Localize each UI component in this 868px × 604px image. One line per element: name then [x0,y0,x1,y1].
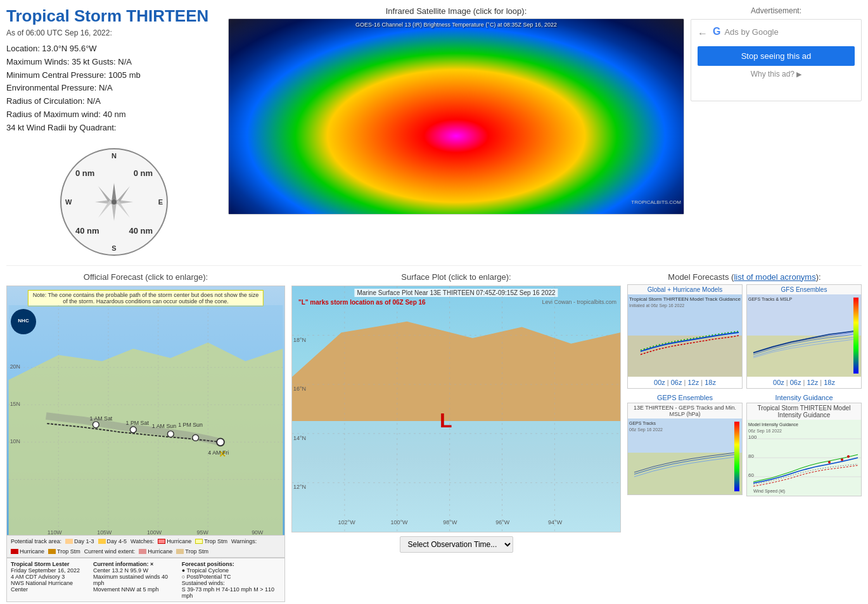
storm-min-pressure: Minimum Central Pressure: 1005 mb [6,69,222,82]
gefs-12z-link[interactable]: 12z [807,379,818,386]
models-section: Model Forecasts (list of model acronyms)… [627,272,862,602]
section-divider [6,265,862,266]
storm-info-panel: Tropical Storm THIRTEEN As of 06:00 UTC … [6,6,222,259]
storm-name-label: Tropical Storm Lester [11,561,87,567]
svg-point-12 [217,438,224,446]
warnings-label: Warnings: [231,538,257,544]
svg-text:Initiated at 06z Sep 16 2022: Initiated at 06z Sep 16 2022 [629,303,684,308]
global-18z-link[interactable]: 18z [705,379,716,386]
hurricane-watch-label: Hurricane [167,538,191,544]
geps-section: GEPS Ensembles 13E THIRTEEN - GEPS Track… [627,391,743,498]
stop-ad-button[interactable]: Stop seeing this ad [698,46,855,66]
google-logo-icon: G [713,26,720,37]
svg-text:102°W: 102°W [338,519,356,525]
global-model-box[interactable]: Global + Hurricane Models Tropical Storm… [627,284,743,389]
svg-text:60: 60 [748,472,754,478]
gefs-model-box[interactable]: GFS Ensembles [746,284,862,389]
models-top-grid: Global + Hurricane Models Tropical Storm… [627,284,862,389]
forecast-image[interactable]: Note: The cone contains the probable pat… [6,286,285,558]
satellite-image[interactable]: GOES-16 Channel 13 (IR) Brightness Tempe… [228,18,684,215]
wind-scale-label: S 39-73 mph H 74-110 mph M > 110 mph [182,586,281,599]
svg-text:20N: 20N [10,363,20,370]
svg-text:96°W: 96°W [495,519,510,525]
why-ad-icon: ▶ [796,70,801,78]
svg-rect-58 [628,336,742,377]
svg-point-15 [130,426,136,432]
advertisement-section: Advertisement: ← G Ads by Google Stop se… [691,6,862,259]
why-ad-label: Why this ad? [751,70,795,79]
why-ad-link[interactable]: Why this ad? ▶ [698,70,855,79]
storm-title: Tropical Storm THIRTEEN [6,6,222,26]
global-06z-link[interactable]: 06z [671,379,682,386]
global-12z-link[interactable]: 12z [687,379,699,386]
tropstm-watch-label: Trop Stm [204,538,227,544]
advisory-label: 4 AM CDT Advisory 3 [11,574,87,580]
svg-text:18°N: 18°N [293,336,306,343]
intensity-section: Intensity Guidance Tropical Storm THIRTE… [746,391,862,498]
gefs-00z-link[interactable]: 00z [773,379,784,386]
satellite-section[interactable]: Infrared Satellite Image (click for loop… [228,6,684,259]
hurricane-extent-label: Hurricane [148,548,172,555]
svg-text:100°W: 100°W [390,519,408,525]
intensity-image[interactable]: Model Intensity Guidance 06z Sep 16 2022… [747,420,861,496]
svg-text:1 PM Sat: 1 PM Sat [126,419,150,425]
svg-point-8 [112,199,117,204]
day45-label: Day 4-5 [107,538,127,544]
watches-label: Watches: [131,538,154,544]
svg-point-82 [847,455,850,458]
current-wind-extent-label: Current wind extent: [84,548,136,555]
ads-by-google: G Ads by Google [713,26,779,37]
svg-text:94°W: 94°W [548,519,563,525]
intensity-box[interactable]: Tropical Storm THIRTEEN Model Intensity … [746,403,862,496]
svg-text:GEPS Tracks: GEPS Tracks [629,421,656,425]
geps-image[interactable]: GEPS Tracks 06z Sep 16 2022 [628,418,742,494]
hurricane-watch-box [158,539,165,544]
wind-radii-SW: 40 nm [75,226,99,236]
gefs-model-image[interactable]: GEFS Tracks & MSLP [747,294,861,377]
svg-text:06z Sep 16 2022: 06z Sep 16 2022 [629,427,663,432]
svg-rect-62 [747,336,861,377]
satellite-credit: TROPICALBITS.COM [631,199,681,205]
wind-radii-compass: N S E W 0 nm 0 nm 40 nm 40 nm [6,145,222,259]
nhc-logo: NHC [11,309,36,334]
forecast-post-label: ○ Post/Potential TC [182,574,281,580]
svg-text:1 AM Sun: 1 AM Sun [152,422,176,429]
svg-text:14°N: 14°N [293,434,306,441]
model-acronyms-link[interactable]: list of model acronyms [734,272,815,282]
current-winds-label: Maximum sustained winds 40 mph [93,574,176,586]
ad-label: Advertisement: [691,6,862,15]
tropstm-warn-label: Trop Stm [57,548,80,555]
nws-label: NWS National Hurricane Center [11,580,87,593]
svg-text:100: 100 [748,434,757,440]
geps-box[interactable]: 13E THIRTEEN - GEPS Tracks and Min. MSLP… [627,403,743,495]
current-center-label: Center 13.2 N 95.9 W [93,567,176,574]
compass-W-label: W [65,198,72,206]
svg-text:16°N: 16°N [293,386,306,392]
gefs-model-title: GFS Ensembles [747,285,861,294]
svg-text:Wind Speed (kt): Wind Speed (kt) [753,489,785,494]
geps-subtitle: 13E THIRTEEN - GEPS Tracks and Min. MSLP… [628,403,742,418]
current-movement-label: Movement NNW at 5 mph [93,586,176,593]
observation-time-select[interactable]: Select Observation Time...00z06z12z18z [400,536,513,553]
forecast-section[interactable]: Official Forecast (click to enlarge): No… [6,272,285,602]
gefs-18z-link[interactable]: 18z [824,379,835,386]
models-title: Model Forecasts (list of model acronyms)… [627,272,862,282]
day13-label: Day 1-3 [74,538,94,544]
global-model-image[interactable]: Tropical Storm THIRTEEN Model Track Guid… [628,294,742,377]
svg-text:GEFS Tracks & MSLP: GEFS Tracks & MSLP [748,297,793,301]
gefs-06z-link[interactable]: 06z [790,379,801,386]
global-00z-link[interactable]: 00z [654,379,665,386]
hurricane-warn-box [11,549,18,554]
svg-text:Tropical Storm THIRTEEN Model : Tropical Storm THIRTEEN Model Track Guid… [629,296,741,302]
forecast-cone-note: Note: The cone contains the probable pat… [28,290,264,306]
svg-text:1 PM Sun: 1 PM Sun [178,421,203,427]
storm-date-label: Friday September 16, 2022 [11,567,87,574]
surface-image[interactable]: Marine Surface Plot Near 13E THIRTEEN 07… [291,286,621,532]
storm-datetime: As of 06:00 UTC Sep 16, 2022: [6,28,222,37]
svg-point-16 [93,421,99,427]
svg-text:Model Intensity Guidance: Model Intensity Guidance [748,422,798,427]
forecast-tc-label: ● Tropical Cyclone [182,567,281,574]
surface-section[interactable]: Surface Plot (click to enlarge): Marine … [291,272,621,602]
ad-back-icon[interactable]: ← [698,28,708,39]
svg-text:4 AM Fri: 4 AM Fri [208,450,229,456]
